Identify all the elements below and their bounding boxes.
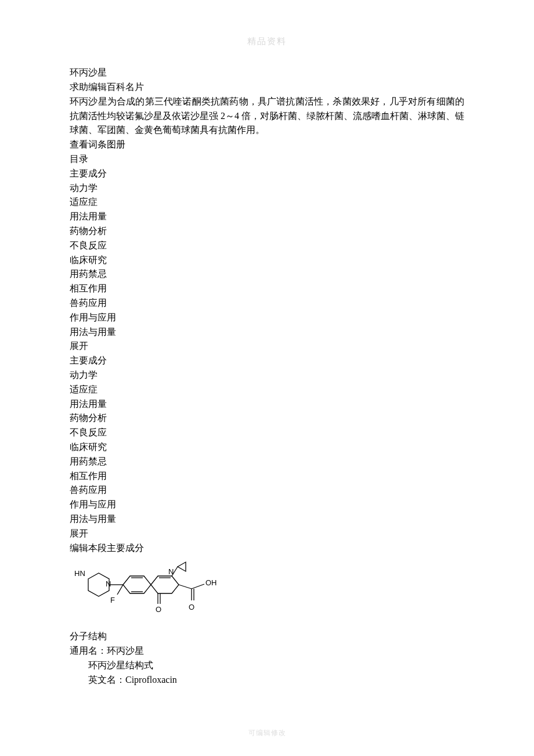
english-name-line: 英文名：Ciprofloxacin: [70, 673, 464, 687]
svg-marker-11: [178, 562, 186, 571]
section-heading: 编辑本段主要成分: [70, 541, 464, 556]
label-oh: OH: [205, 578, 217, 587]
toc-header: 目录: [70, 152, 464, 167]
watermark-top: 精品资料: [70, 35, 464, 48]
molecular-structure-label: 分子结构: [70, 629, 464, 644]
svg-line-12: [179, 585, 192, 589]
toc-item[interactable]: 适应症: [70, 195, 464, 210]
label-o2: O: [189, 603, 194, 611]
svg-marker-3: [151, 576, 179, 593]
toc-item[interactable]: 主要成分: [70, 354, 464, 368]
svg-marker-2: [123, 576, 151, 593]
label-o1: O: [156, 605, 161, 614]
toc-item[interactable]: 用法用量: [70, 210, 464, 224]
toc-item[interactable]: 用药禁忌: [70, 267, 464, 282]
toc-expand[interactable]: 展开: [70, 339, 464, 354]
toc-item[interactable]: 用法用量: [70, 397, 464, 412]
toc-item[interactable]: 动力学: [70, 181, 464, 196]
toc-item[interactable]: 不良反应: [70, 239, 464, 253]
toc-expand[interactable]: 展开: [70, 527, 464, 541]
toc-item[interactable]: 临床研究: [70, 253, 464, 268]
structure-formula-line: 环丙沙星结构式: [70, 658, 464, 673]
toc-item[interactable]: 药物分析: [70, 224, 464, 239]
toc-item[interactable]: 用法与用量: [70, 325, 464, 340]
svg-line-7: [117, 585, 123, 595]
toc-item[interactable]: 用药禁忌: [70, 455, 464, 469]
toc-item[interactable]: 兽药应用: [70, 483, 464, 498]
toc-item[interactable]: 作用与应用: [70, 311, 464, 325]
toc-item[interactable]: 药物分析: [70, 411, 464, 426]
view-album-link[interactable]: 查看词条图册: [70, 138, 464, 152]
molecular-structure-diagram: HN N N F O O OH: [70, 559, 464, 628]
toc-item[interactable]: 不良反应: [70, 426, 464, 440]
page-title: 环丙沙星: [70, 66, 464, 80]
toc-item[interactable]: 兽药应用: [70, 296, 464, 311]
generic-name-line: 通用名：环丙沙星: [70, 644, 464, 658]
label-n-right: N: [168, 567, 174, 576]
intro-paragraph: 环丙沙星为合成的第三代喹诺酮类抗菌药物，具广谱抗菌活性，杀菌效果好，几乎对所有细…: [70, 95, 464, 138]
toc-item[interactable]: 作用与应用: [70, 498, 464, 512]
toc-item[interactable]: 相互作用: [70, 282, 464, 296]
label-f: F: [110, 596, 115, 604]
toc-item[interactable]: 临床研究: [70, 440, 464, 455]
toc-item[interactable]: 相互作用: [70, 469, 464, 484]
svg-line-15: [192, 584, 204, 589]
help-edit-card[interactable]: 求助编辑百科名片: [70, 80, 464, 95]
toc-item[interactable]: 动力学: [70, 368, 464, 383]
toc-item[interactable]: 用法与用量: [70, 512, 464, 527]
watermark-bottom: 可编辑修改: [0, 728, 534, 739]
toc-item[interactable]: 主要成分: [70, 167, 464, 181]
label-n-left: N: [106, 579, 111, 588]
toc-item[interactable]: 适应症: [70, 383, 464, 397]
label-hn: HN: [74, 569, 85, 578]
